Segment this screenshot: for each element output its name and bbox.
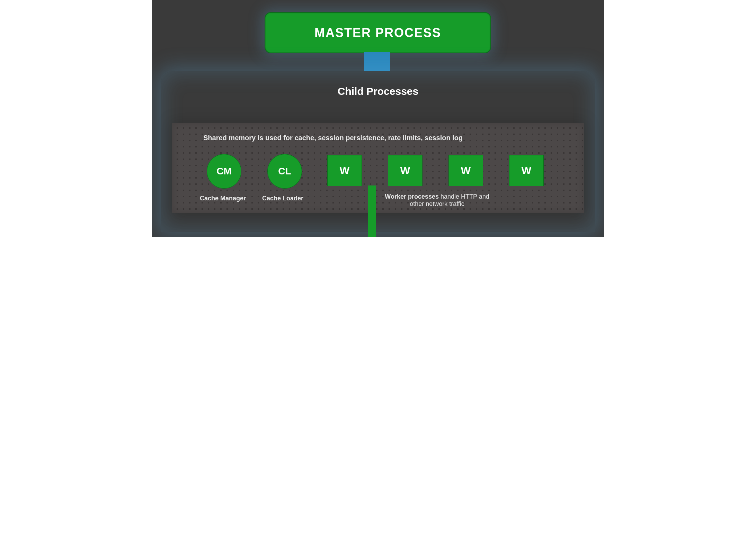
worker-node-3: W	[448, 155, 483, 186]
worker-connector-down	[368, 185, 376, 237]
shared-memory-description: Shared memory is used for cache, session…	[203, 134, 463, 142]
master-process-label: MASTER PROCESS	[314, 26, 441, 40]
worker-node-4: W	[509, 155, 544, 186]
worker-short-1: W	[340, 165, 349, 176]
child-processes-title: Child Processes	[161, 85, 595, 97]
master-to-child-connector	[364, 52, 390, 73]
worker-short-4: W	[522, 165, 531, 176]
cache-loader-short: CL	[278, 166, 291, 177]
cache-manager-short: CM	[216, 166, 232, 177]
worker-short-3: W	[461, 165, 471, 176]
shared-memory-panel: Shared memory is used for cache, session…	[172, 123, 584, 213]
worker-short-2: W	[400, 165, 410, 176]
worker-node-1: W	[327, 155, 362, 186]
cache-loader-label: Cache Loader	[262, 195, 303, 202]
master-process-box: MASTER PROCESS	[265, 12, 491, 53]
worker-caption: Worker processes handle HTTP and other n…	[383, 193, 491, 208]
cache-loader-node: CL	[267, 154, 302, 189]
diagram-stage: MASTER PROCESS Child Processes Shared me…	[152, 0, 604, 237]
worker-caption-bold: Worker processes	[385, 193, 439, 200]
cache-manager-label: Cache Manager	[200, 195, 246, 202]
cache-manager-node: CM	[207, 154, 241, 189]
worker-node-2: W	[388, 155, 423, 186]
